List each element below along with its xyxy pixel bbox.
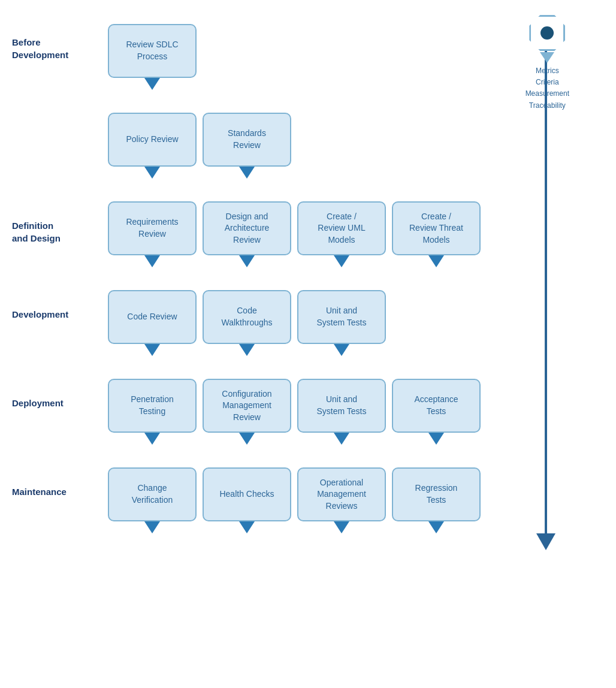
pin-label-measurement: Measurement — [526, 88, 569, 99]
row-label-before-development: BeforeDevelopment — [12, 18, 108, 61]
card-arrow-development-2 — [334, 344, 349, 356]
card-definition-and-design-0: RequirementsReview — [108, 201, 197, 255]
card-wrapper-definition-and-design-3: Create /Review ThreatModels — [392, 201, 481, 267]
card-maintenance-2: OperationalManagementReviews — [297, 467, 386, 521]
card-wrapper-deployment-1: ConfigurationManagementReview — [203, 379, 291, 445]
card-wrapper-before-development-0: Review SDLCProcess — [108, 24, 197, 90]
card-development-1: CodeWalkthroughs — [203, 290, 291, 344]
card-arrow-deployment-3 — [428, 433, 444, 445]
card-arrow-deployment-2 — [334, 433, 349, 445]
card-wrapper-policy-standards-1: StandardsReview — [203, 113, 291, 179]
card-wrapper-maintenance-0: ChangeVerification — [108, 467, 197, 533]
card-arrow-before-development-0 — [144, 78, 160, 90]
pin-label-criteria: Criteria — [526, 77, 569, 88]
card-wrapper-development-2: Unit andSystem Tests — [297, 290, 386, 356]
row-development: DevelopmentCode ReviewCodeWalkthroughsUn… — [12, 290, 604, 362]
row-label-maintenance: Maintenance — [12, 467, 108, 498]
card-policy-standards-0: Policy Review — [108, 113, 197, 167]
card-development-2: Unit andSystem Tests — [297, 290, 386, 344]
pin-marker: Metrics Criteria Measurement Traceabilit… — [526, 12, 569, 111]
pin-shape — [526, 12, 568, 54]
card-deployment-2: Unit andSystem Tests — [297, 379, 386, 433]
card-arrow-maintenance-2 — [334, 521, 349, 533]
row-maintenance: MaintenanceChangeVerificationHealth Chec… — [12, 467, 604, 539]
row-label-development: Development — [12, 290, 108, 321]
card-wrapper-definition-and-design-1: Design andArchitectureReview — [203, 201, 291, 267]
card-deployment-3: AcceptanceTests — [392, 379, 481, 433]
card-arrow-maintenance-1 — [239, 521, 255, 533]
card-policy-standards-1: StandardsReview — [203, 113, 291, 167]
card-wrapper-maintenance-2: OperationalManagementReviews — [297, 467, 386, 533]
card-wrapper-maintenance-1: Health Checks — [203, 467, 291, 533]
card-wrapper-definition-and-design-0: RequirementsReview — [108, 201, 197, 267]
row-label-definition-and-design: Definitionand Design — [12, 201, 108, 245]
card-arrow-definition-and-design-3 — [428, 255, 444, 267]
card-arrow-maintenance-3 — [428, 521, 444, 533]
row-label-deployment: Deployment — [12, 379, 108, 409]
card-maintenance-3: RegressionTests — [392, 467, 481, 521]
card-wrapper-deployment-0: PenetrationTesting — [108, 379, 197, 445]
card-before-development-0: Review SDLCProcess — [108, 24, 197, 78]
card-definition-and-design-1: Design andArchitectureReview — [203, 201, 291, 255]
card-wrapper-development-1: CodeWalkthroughs — [203, 290, 291, 356]
card-maintenance-1: Health Checks — [203, 467, 291, 521]
card-arrow-definition-and-design-0 — [144, 255, 160, 267]
rows-container: BeforeDevelopmentReview SDLCProcessPolic… — [12, 18, 604, 539]
card-development-0: Code Review — [108, 290, 197, 344]
card-deployment-0: PenetrationTesting — [108, 379, 197, 433]
row-before-development: BeforeDevelopmentReview SDLCProcess — [12, 18, 604, 96]
card-arrow-policy-standards-1 — [239, 167, 255, 179]
cards-area-maintenance: ChangeVerificationHealth ChecksOperation… — [108, 467, 604, 539]
card-wrapper-development-0: Code Review — [108, 290, 197, 356]
card-arrow-development-0 — [144, 344, 160, 356]
card-definition-and-design-3: Create /Review ThreatModels — [392, 201, 481, 255]
card-definition-and-design-2: Create /Review UMLModels — [297, 201, 386, 255]
row-label-policy-standards — [12, 113, 108, 131]
card-wrapper-policy-standards-0: Policy Review — [108, 113, 197, 179]
row-definition-and-design: Definitionand DesignRequirementsReviewDe… — [12, 201, 604, 273]
card-maintenance-0: ChangeVerification — [108, 467, 197, 521]
card-wrapper-definition-and-design-2: Create /Review UMLModels — [297, 201, 386, 267]
row-deployment: DeploymentPenetrationTestingConfiguratio… — [12, 379, 604, 451]
card-wrapper-deployment-2: Unit andSystem Tests — [297, 379, 386, 445]
card-arrow-deployment-1 — [239, 433, 255, 445]
card-arrow-deployment-0 — [144, 433, 160, 445]
card-arrow-development-1 — [239, 344, 255, 356]
cards-area-deployment: PenetrationTestingConfigurationManagemen… — [108, 379, 604, 451]
pin-dot — [540, 26, 554, 40]
pin-label-metrics: Metrics — [526, 65, 569, 77]
cards-area-definition-and-design: RequirementsReviewDesign andArchitecture… — [108, 201, 604, 273]
pin-labels: Metrics Criteria Measurement Traceabilit… — [526, 65, 569, 111]
card-arrow-maintenance-0 — [144, 521, 160, 533]
cards-area-policy-standards: Policy ReviewStandardsReview — [108, 113, 604, 185]
pin-octagon — [529, 15, 565, 51]
pin-label-traceability: Traceability — [526, 100, 569, 111]
row-policy-standards: Policy ReviewStandardsReview — [12, 113, 604, 185]
card-wrapper-maintenance-3: RegressionTests — [392, 467, 481, 533]
card-arrow-definition-and-design-1 — [239, 255, 255, 267]
card-deployment-1: ConfigurationManagementReview — [203, 379, 291, 433]
card-arrow-definition-and-design-2 — [334, 255, 349, 267]
card-arrow-policy-standards-0 — [144, 167, 160, 179]
main-container: Metrics Criteria Measurement Traceabilit… — [0, 0, 616, 569]
card-wrapper-deployment-3: AcceptanceTests — [392, 379, 481, 445]
cards-area-development: Code ReviewCodeWalkthroughsUnit andSyste… — [108, 290, 604, 362]
